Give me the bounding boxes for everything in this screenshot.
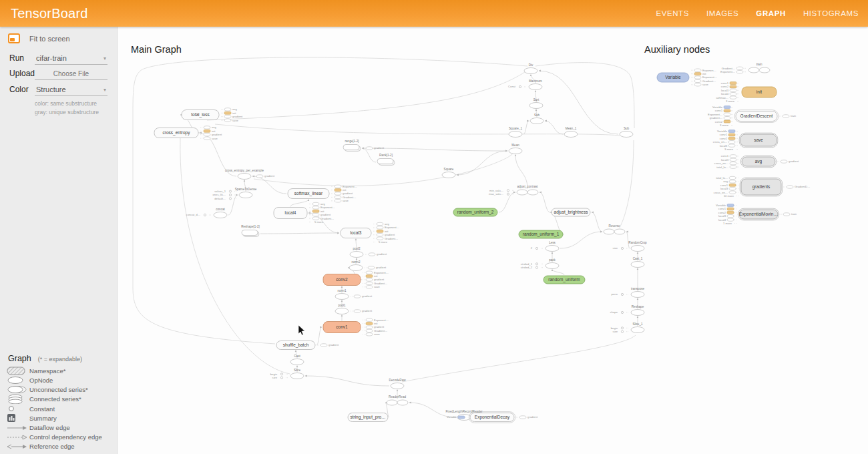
svg-text:5 more: 5 more <box>379 240 388 244</box>
graph-node-maximum[interactable]: MaximumConst <box>508 79 542 90</box>
svg-text:Variable: Variable <box>665 75 681 79</box>
graph-node-adjust-brightness[interactable]: adjust_brightness <box>552 208 590 216</box>
svg-text:avg: avg <box>723 180 728 183</box>
graph-node-variable[interactable]: VariableExponen…initExponent…Gradient…sa… <box>657 69 717 87</box>
svg-text:random_uniform_2: random_uniform_2 <box>457 210 494 215</box>
graph-node-concat[interactable]: concatconcat_d… <box>186 208 227 218</box>
graph-node-string-input-pro-[interactable]: string_input_pro… <box>348 413 388 422</box>
svg-text:random_uniform_1: random_uniform_1 <box>523 232 560 237</box>
graph-node-softmax-linear[interactable]: softmax_linearExponent…initgradientGradi… <box>288 185 357 203</box>
graph-node-total-loss[interactable]: total_lossavginitgradientsave <box>182 107 243 122</box>
graph-node-shuffle-batch[interactable]: shuffle_batchgradient <box>276 341 339 350</box>
graph-node-norm2[interactable]: norm2gradient <box>349 260 387 271</box>
graph-node-adjust-contrast[interactable]: adjust_contrastmin_valu…max_valu… <box>489 185 538 196</box>
graph-node-cross-entropy[interactable]: cross_entropyavginitgradientsave <box>154 126 222 140</box>
svg-text:perm: perm <box>611 292 618 296</box>
svg-text:init: init <box>374 274 378 278</box>
svg-text:conv2: conv2 <box>721 85 729 88</box>
svg-text:conv2: conv2 <box>336 277 348 282</box>
color-select[interactable]: Structure ▾ <box>35 84 107 96</box>
nav-tab-histograms[interactable]: HISTOGRAMS <box>803 9 859 17</box>
graph-node-local3[interactable]: local3avgExponent…initgradientGradient…5… <box>341 222 399 244</box>
graph-node-avg[interactable]: avggradientconv1local3cross_en…total_lo… <box>714 154 799 168</box>
svg-text:concat: concat <box>216 208 225 211</box>
svg-text:transpose: transpose <box>631 287 645 290</box>
graph-node-slice-1[interactable]: Slice_1beginsize <box>611 322 644 333</box>
svg-text:concat_d…: concat_d… <box>186 213 200 216</box>
graph-node-pool2[interactable]: pool2gradient <box>350 247 387 258</box>
graph-node-reshape[interactable]: Reshapeshape <box>610 305 644 316</box>
graph-node-random-uniform-1[interactable]: random_uniform_1 <box>519 230 563 238</box>
graph-node-exponentialdecay[interactable]: ExponentialDecaygradientVariable <box>447 412 538 423</box>
graph-node-cast[interactable]: Cast <box>290 355 304 365</box>
graph-node-conv2[interactable]: conv2Exponent…initgradientGradient…save <box>323 271 389 289</box>
dataflow-edge-icon <box>7 425 29 431</box>
svg-text:range[1-2]: range[1-2] <box>345 140 359 143</box>
upload-label: Upload <box>9 69 35 78</box>
graph-node-mean-1[interactable]: Mean_1 <box>564 127 578 138</box>
graph-node-cross-entropy-per-example[interactable]: cross_entropy_per_examplegradient <box>225 169 275 180</box>
svg-text:Square: Square <box>444 168 454 171</box>
graph-node-sqrt[interactable]: Sqrt <box>529 98 543 109</box>
svg-text:size: size <box>272 376 278 379</box>
graph-node-gradients[interactable]: gradientsGradientD…total_lo…avgconv1loca… <box>714 176 810 198</box>
graph-node-local4[interactable]: local4avgExponent…initgradientGradient…5… <box>274 202 335 224</box>
graph-node-random-uniform[interactable]: random_uniform <box>544 276 585 284</box>
graph-node-reshape-1-2-[interactable]: Reshape[1-2] <box>241 225 260 237</box>
svg-text:norm1: norm1 <box>337 289 346 292</box>
graph-node-reverse[interactable]: Reverse <box>604 224 625 234</box>
graph-node-cast-1[interactable]: Cast_1 <box>631 257 644 268</box>
graph-node-pool1[interactable]: pool1gradient <box>335 304 373 314</box>
svg-text:shuffle_batch: shuffle_batch <box>283 343 309 348</box>
graph-node-conv1[interactable]: conv1Exponent…initgradientGradient…save <box>323 318 389 336</box>
graph-node-slice[interactable]: Slicebeginsize <box>270 369 304 379</box>
graph-node-sub[interactable]: Sub <box>620 127 633 138</box>
nav-tab-graph[interactable]: GRAPH <box>756 9 786 17</box>
svg-text:conv2: conv2 <box>718 211 726 214</box>
choose-file-button[interactable]: Choose File <box>35 69 107 80</box>
graph-node-train[interactable]: trainGradient…Exponent… <box>720 63 770 73</box>
graph-node-decoderaw[interactable]: DecodeRaw <box>389 379 406 389</box>
graph-node-norm1[interactable]: norm1gradient <box>335 289 373 300</box>
svg-text:begin: begin <box>611 326 618 330</box>
svg-text:2: 2 <box>531 246 533 250</box>
fit-to-screen-label: Fit to screen <box>29 35 70 43</box>
graph-legend: Graph (* = expandable) Namespace*OpNodeU… <box>0 354 118 451</box>
color-help: color: same substructure gray: unique su… <box>0 96 117 117</box>
fit-to-screen-button[interactable]: Fit to screen <box>0 27 117 49</box>
svg-text:gradient: gradient <box>362 294 373 298</box>
graph-node-range-1-2-[interactable]: range[1-2]gradient <box>343 140 385 152</box>
fit-to-screen-icon <box>8 33 20 43</box>
graph-node-gradientdescent[interactable]: GradientDescenttrainVariableconv1Exponen… <box>708 105 797 127</box>
graph-node-mean[interactable]: Mean <box>509 144 522 154</box>
graph-node-randomcrop[interactable]: RandomCropsize <box>613 241 648 252</box>
graph-node-exponentialmovin-[interactable]: ExponentialMovin…trainVariableconv1conv2… <box>716 204 797 225</box>
graph-node-readerread[interactable]: ReaderRead <box>387 395 408 405</box>
svg-text:init: init <box>320 210 324 213</box>
graph-node-random-uniform-2[interactable]: random_uniform_2 <box>453 208 497 216</box>
nav-tab-images[interactable]: IMAGES <box>706 9 738 17</box>
graph-node-save[interactable]: saveVariableconv1conv2cross_en…local33 m… <box>713 130 778 151</box>
graph-node-init[interactable]: initconv1conv2local3local4softmax…3 more <box>716 81 777 103</box>
svg-text:Square_1: Square_1 <box>509 127 522 130</box>
graph-node-less[interactable]: Less2 <box>531 241 559 252</box>
svg-text:Variable: Variable <box>717 130 728 133</box>
graph-node-square-1[interactable]: Square_1 <box>509 127 522 138</box>
nav-tab-events[interactable]: EVENTS <box>656 9 689 17</box>
graph-node-div[interactable]: Div <box>524 63 537 74</box>
svg-text:strided_1: strided_1 <box>521 262 533 266</box>
graph-node-square[interactable]: Square <box>442 168 455 178</box>
svg-text:Gradient…: Gradient… <box>385 237 398 240</box>
graph-node-rank-1-2-[interactable]: Rank[1-2] <box>377 154 395 166</box>
svg-text:save: save <box>702 83 709 86</box>
auxiliary-nodes-title: Auxiliary nodes <box>644 44 710 55</box>
svg-text:Cast: Cast <box>294 355 300 358</box>
svg-text:total_loss: total_loss <box>191 112 210 118</box>
svg-text:total_lo…: total_lo… <box>716 166 728 169</box>
graph-node-transpose[interactable]: transposeperm <box>611 287 644 298</box>
graph-node-sub[interactable]: Sub <box>530 114 544 124</box>
graph-node-pack[interactable]: packstrided_1strided_2 <box>521 258 559 269</box>
svg-text:Const: Const <box>508 85 516 88</box>
mouse-cursor <box>298 325 304 335</box>
run-select[interactable]: cifar-train ▾ <box>35 53 107 65</box>
